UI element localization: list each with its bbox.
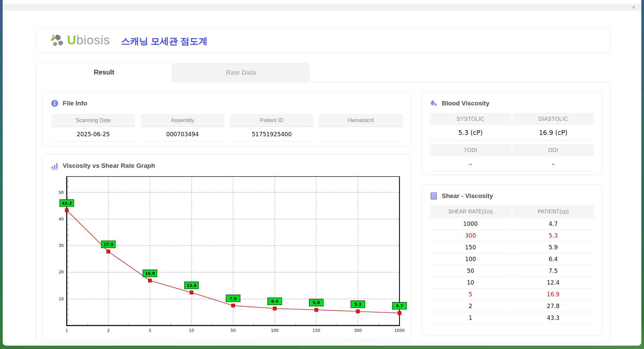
table-row: 516.9 <box>430 289 594 300</box>
table-row: 1505.9 <box>430 242 594 253</box>
field-value: 000703494 <box>141 127 224 142</box>
shear-viscosity-rows: 10004.73005.31505.91006.4507.51012.4516.… <box>430 218 594 324</box>
field-label: Assembly <box>141 114 224 127</box>
field-value <box>319 127 403 142</box>
table-cell: 300 <box>430 230 512 242</box>
shear-viscosity-table: SHEAR RATE(1/s) PATIENT(cp) 10004.73005.… <box>430 205 594 324</box>
table-cell: 4.7 <box>513 218 594 230</box>
svg-text:30: 30 <box>59 243 64 248</box>
svg-text:50: 50 <box>230 328 235 333</box>
bv-header: TODI <box>430 144 512 156</box>
header-card: Ubiosis 스캐닝 모세관 점도계 <box>36 28 610 53</box>
svg-text:5: 5 <box>149 328 151 333</box>
svg-text:20: 20 <box>59 270 64 275</box>
graph-card: Viscosity vs Shear Rate Graph 1020304050… <box>42 154 411 341</box>
svg-text:16.9: 16.9 <box>145 271 155 276</box>
file-info-field: Patient ID51751925400 <box>230 114 314 142</box>
svg-text:150: 150 <box>313 328 320 333</box>
svg-text:2: 2 <box>107 328 110 333</box>
logo-rest: biosis <box>76 33 110 47</box>
shear-viscosity-card: Shear - Viscosity SHEAR RATE(1/s) PATIEN… <box>421 184 602 336</box>
logo-text: Ubiosis <box>67 33 110 47</box>
field-label: Scanning Date <box>51 114 135 127</box>
svg-text:10: 10 <box>59 297 64 301</box>
graph-title: Viscosity vs Shear Rate Graph <box>63 162 155 169</box>
svg-text:6.4: 6.4 <box>271 299 278 304</box>
info-icon <box>51 99 59 107</box>
page-title: 스캐닝 모세관 점도계 <box>121 35 208 47</box>
svg-text:1: 1 <box>65 328 68 333</box>
table-cell: 1 <box>430 312 512 324</box>
table-cell: 7.5 <box>513 265 594 277</box>
table-cell: 100 <box>430 253 512 265</box>
svg-text:27.8: 27.8 <box>103 242 113 247</box>
file-info-field: Assembly000703494 <box>141 114 224 142</box>
table-cell: 2 <box>430 300 512 312</box>
bv-value: – <box>513 156 594 171</box>
svg-text:12.4: 12.4 <box>186 283 197 288</box>
table-cell: 1000 <box>430 218 512 230</box>
table-cell: 6.4 <box>513 253 594 265</box>
file-info-field: Hematocrit <box>319 114 403 142</box>
table-cell: 5.9 <box>513 242 594 253</box>
table-row: 1012.4 <box>430 277 594 289</box>
field-value: 2025-06-25 <box>51 127 135 142</box>
svg-text:43.3: 43.3 <box>62 201 72 206</box>
table-cell: 5.3 <box>513 230 594 242</box>
file-info-field: Scanning Date2025-06-25 <box>51 114 135 142</box>
svg-text:50: 50 <box>59 190 64 195</box>
table-row: 227.8 <box>430 300 594 312</box>
result-panel: File Info Scanning Date2025-06-25Assembl… <box>36 82 610 343</box>
svg-text:1000: 1000 <box>394 328 405 333</box>
svg-text:40: 40 <box>59 217 64 221</box>
bv-header: DIASTOLIC <box>513 113 594 125</box>
table-cell: 43.3 <box>513 312 594 324</box>
svg-text:300: 300 <box>354 328 362 333</box>
field-value: 51751925400 <box>230 127 314 142</box>
table-cell: 50 <box>430 265 512 277</box>
svg-text:4.7: 4.7 <box>396 304 403 308</box>
file-info-title: File Info <box>63 100 87 107</box>
bv-value: 16.9 (cP) <box>513 125 594 140</box>
field-label: Patient ID <box>230 114 314 127</box>
column-header-patient: PATIENT(cp) <box>513 205 594 218</box>
blood-viscosity-card: Blood Viscosity SYSTOLICDIASTOLIC5.3 (cP… <box>421 92 602 175</box>
tab-raw-data[interactable]: Raw Data <box>172 63 310 82</box>
table-row: 507.5 <box>430 265 594 277</box>
bv-header: ODI <box>513 144 594 156</box>
calculator-icon <box>430 192 438 200</box>
svg-text:10: 10 <box>189 328 194 333</box>
bv-header: SYSTOLIC <box>430 113 512 125</box>
column-header-shear-rate: SHEAR RATE(1/s) <box>430 205 512 218</box>
table-row: 3005.3 <box>430 230 594 242</box>
table-cell: 150 <box>430 242 512 253</box>
file-info-fields: Scanning Date2025-06-25Assembly000703494… <box>51 114 403 142</box>
app-window: × Ubiosis 스캐닝 모세관 점도계 Result Raw Data <box>3 0 641 346</box>
table-cell: 27.8 <box>513 300 594 312</box>
svg-text:5.9: 5.9 <box>313 300 320 305</box>
bar-chart-icon <box>51 162 59 170</box>
table-row: 10004.7 <box>430 218 594 230</box>
tab-result[interactable]: Result <box>36 62 172 83</box>
svg-text:100: 100 <box>271 328 279 333</box>
file-info-card: File Info Scanning Date2025-06-25Assembl… <box>42 92 411 147</box>
table-row: 1006.4 <box>430 253 594 265</box>
svg-text:7.5: 7.5 <box>229 296 236 301</box>
bv-value: 5.3 (cP) <box>430 125 512 140</box>
droplet-icon <box>430 99 438 107</box>
table-row: 143.3 <box>430 312 594 324</box>
bv-value: – <box>430 156 512 171</box>
table-cell: 5 <box>430 289 512 300</box>
window-titlebar: × <box>3 4 641 11</box>
ubiosis-logo-icon <box>50 33 65 48</box>
close-icon[interactable]: × <box>632 4 635 11</box>
ubiosis-logo: Ubiosis <box>50 33 110 48</box>
logo-u: U <box>67 33 76 47</box>
table-cell: 10 <box>430 277 512 289</box>
field-label: Hematocrit <box>319 114 403 127</box>
blood-viscosity-table: SYSTOLICDIASTOLIC5.3 (cP)16.9 (cP)TODIOD… <box>430 113 594 171</box>
shear-viscosity-title: Shear - Viscosity <box>442 192 493 200</box>
svg-text:5.3: 5.3 <box>354 302 361 307</box>
table-cell: 12.4 <box>513 277 594 289</box>
blood-viscosity-title: Blood Viscosity <box>442 100 489 107</box>
